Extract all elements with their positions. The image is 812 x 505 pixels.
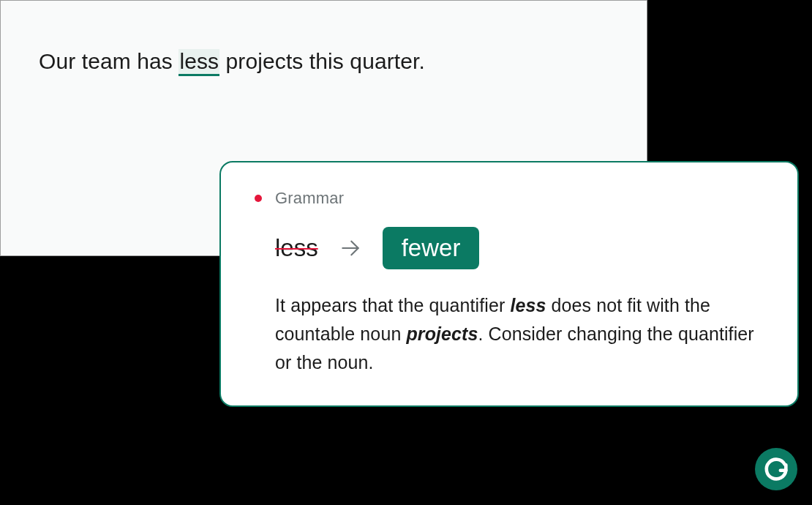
sentence-text-after: projects this quarter.: [219, 49, 425, 73]
category-label: Grammar: [275, 189, 344, 208]
suggestion-card: Grammar less fewer It appears that the q…: [219, 161, 799, 407]
card-header: Grammar: [255, 189, 764, 208]
grammarly-logo-icon: [762, 454, 791, 484]
apply-suggestion-button[interactable]: fewer: [383, 227, 480, 269]
wrong-word: less: [275, 234, 318, 262]
sentence-text-before: Our team has: [39, 49, 178, 73]
editor-sentence[interactable]: Our team has less projects this quarter.: [39, 46, 609, 77]
correction-row: less fewer: [275, 227, 764, 269]
explanation-text: It appears that the quantifier less does…: [275, 291, 764, 376]
arrow-right-icon: [339, 236, 362, 260]
status-dot-icon: [255, 195, 262, 202]
flagged-word[interactable]: less: [178, 49, 219, 76]
grammarly-badge-button[interactable]: [755, 448, 797, 490]
